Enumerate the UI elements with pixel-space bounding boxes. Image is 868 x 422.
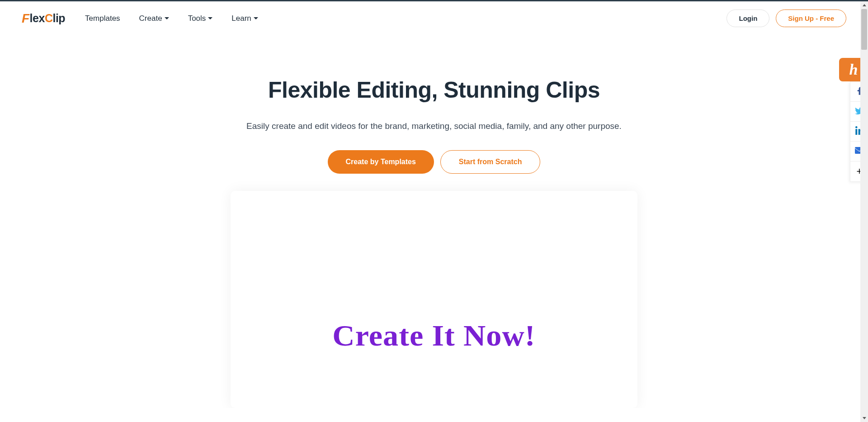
- chevron-down-icon: [208, 17, 212, 19]
- main-content: Flexible Editing, Stunning Clips Easily …: [0, 35, 868, 408]
- signup-button[interactable]: Sign Up - Free: [776, 9, 846, 27]
- logo-letter-f: F: [22, 11, 29, 26]
- nav-templates[interactable]: Templates: [85, 14, 120, 23]
- hero-heading: Flexible Editing, Stunning Clips: [0, 77, 868, 103]
- logo-letter-lip: lip: [52, 12, 65, 25]
- logo[interactable]: FlexClip: [22, 11, 65, 26]
- logo-letter-c: C: [45, 12, 53, 25]
- chevron-down-icon: [254, 17, 258, 19]
- hero-actions: Create by Templates Start from Scratch: [0, 150, 868, 174]
- header-right: Login Sign Up - Free: [726, 9, 846, 27]
- nav-learn[interactable]: Learn: [231, 14, 258, 23]
- login-button[interactable]: Login: [726, 9, 769, 27]
- create-by-templates-button[interactable]: Create by Templates: [328, 150, 434, 174]
- scroll-thumb[interactable]: [861, 9, 867, 50]
- nav-learn-label: Learn: [231, 14, 251, 23]
- nav-create-label: Create: [139, 14, 162, 23]
- header: FlexClip Templates Create Tools Learn Lo…: [0, 1, 868, 35]
- nav-tools-label: Tools: [188, 14, 206, 23]
- honey-icon: h: [849, 61, 858, 78]
- preview-card: Create It Now!: [231, 191, 637, 408]
- logo-letter-lex: lex: [30, 12, 45, 25]
- nav-templates-label: Templates: [85, 14, 120, 23]
- header-left: FlexClip Templates Create Tools Learn: [22, 11, 258, 26]
- nav-tools[interactable]: Tools: [188, 14, 213, 23]
- preview-text: Create It Now!: [332, 321, 535, 351]
- scroll-up-button[interactable]: [860, 1, 868, 9]
- chevron-down-icon: [165, 17, 169, 19]
- vertical-scrollbar[interactable]: [860, 1, 868, 408]
- start-from-scratch-button[interactable]: Start from Scratch: [440, 150, 541, 174]
- main-nav: Templates Create Tools Learn: [85, 14, 258, 23]
- chevron-up-icon: [863, 4, 866, 6]
- nav-create[interactable]: Create: [139, 14, 169, 23]
- hero-subheading: Easily create and edit videos for the br…: [0, 121, 868, 131]
